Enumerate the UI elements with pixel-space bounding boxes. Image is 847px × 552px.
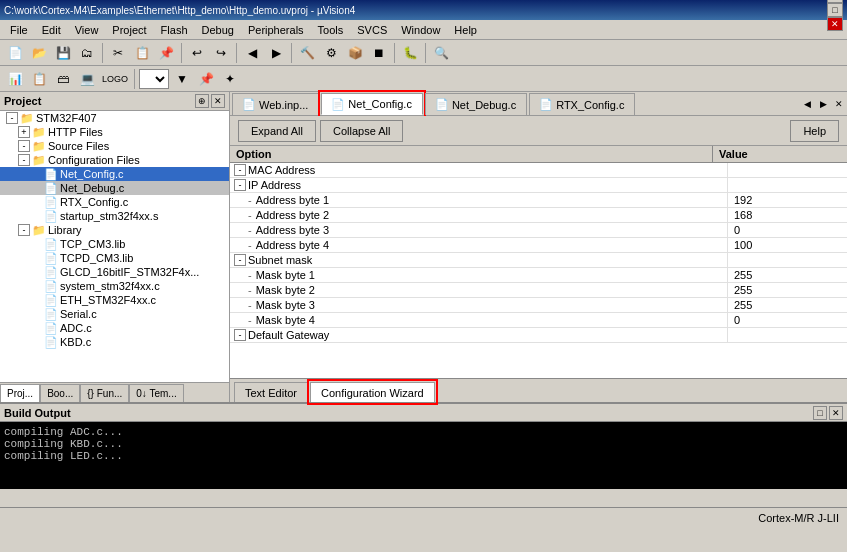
menu-item-flash[interactable]: Flash [155, 22, 194, 38]
expand-subnet[interactable]: - [234, 254, 246, 266]
expand-library[interactable]: - [18, 224, 30, 236]
row-mask2[interactable]: - Mask byte 2 255 [230, 283, 847, 298]
tab-project[interactable]: Proj... [0, 384, 40, 402]
cut-btn[interactable]: ✂ [107, 42, 129, 64]
value-addr2[interactable]: 168 [727, 208, 847, 222]
cpu-btn[interactable]: 💻 [76, 68, 98, 90]
stop-btn[interactable]: ⏹ [368, 42, 390, 64]
build-output-expand[interactable]: □ [813, 406, 827, 420]
tree-item-glcd[interactable]: · 📄 GLCD_16bitIF_STM32F4x... [0, 265, 229, 279]
project-tree[interactable]: - 📁 STM32F407 + 📁 HTTP Files - 📁 Source … [0, 111, 229, 382]
tree-item-http[interactable]: + 📁 HTTP Files [0, 125, 229, 139]
row-gateway[interactable]: - Default Gateway [230, 328, 847, 343]
undo-btn[interactable]: ↩ [186, 42, 208, 64]
tree-item-source[interactable]: - 📁 Source Files [0, 139, 229, 153]
expand-ip[interactable]: - [234, 179, 246, 191]
logo-btn[interactable]: LOGO [100, 68, 130, 90]
tree-item-netconfig[interactable]: · 📄 Net_Config.c [0, 167, 229, 181]
menu-item-edit[interactable]: Edit [36, 22, 67, 38]
tree-item-serial[interactable]: · 📄 Serial.c [0, 307, 229, 321]
row-mac[interactable]: - MAC Address [230, 163, 847, 178]
fwd-btn[interactable]: ▶ [265, 42, 287, 64]
maximize-button[interactable]: □ [827, 3, 843, 17]
tree-item-netdebug[interactable]: · 📄 Net_Debug.c [0, 181, 229, 195]
menu-item-window[interactable]: Window [395, 22, 446, 38]
menu-item-tools[interactable]: Tools [312, 22, 350, 38]
collapse-all-button[interactable]: Collapse All [320, 120, 403, 142]
help-button[interactable]: Help [790, 120, 839, 142]
expand-mac[interactable]: - [234, 164, 246, 176]
new-file-btn[interactable]: 📄 [4, 42, 26, 64]
close-button[interactable]: ✕ [827, 17, 843, 31]
tree-item-system[interactable]: · 📄 system_stm32f4xx.c [0, 279, 229, 293]
tree-item-eth[interactable]: · 📄 ETH_STM32F4xx.c [0, 293, 229, 307]
value-addr3[interactable]: 0 [727, 223, 847, 237]
row-ip[interactable]: - IP Address [230, 178, 847, 193]
row-mask1[interactable]: - Mask byte 1 255 [230, 268, 847, 283]
tab-nav-right[interactable]: ▶ [815, 93, 831, 115]
row-addr4[interactable]: - Address byte 4 100 [230, 238, 847, 253]
tree-item-stm32[interactable]: - 📁 STM32F407 [0, 111, 229, 125]
expand-stm32[interactable]: - [6, 112, 18, 124]
tab-books[interactable]: Boo... [40, 384, 80, 402]
menu-item-project[interactable]: Project [106, 22, 152, 38]
tree-item-rtxconfig[interactable]: · 📄 RTX_Config.c [0, 195, 229, 209]
build-all-btn[interactable]: ⚙ [320, 42, 342, 64]
tab-functions[interactable]: {} Fun... [80, 384, 129, 402]
tree-item-kbd[interactable]: · 📄 KBD.c [0, 335, 229, 349]
tree-item-library[interactable]: - 📁 Library [0, 223, 229, 237]
copy-btn[interactable]: 📋 [131, 42, 153, 64]
save-all-btn[interactable]: 🗂 [76, 42, 98, 64]
expand-gateway[interactable]: - [234, 329, 246, 341]
tree-item-startup[interactable]: · 📄 startup_stm32f4xx.s [0, 209, 229, 223]
expand-all-button[interactable]: Expand All [238, 120, 316, 142]
stack-btn[interactable]: 📋 [28, 68, 50, 90]
device-settings-btn[interactable]: ▼ [171, 68, 193, 90]
panel-close-btn[interactable]: ✕ [211, 94, 225, 108]
tree-item-adc[interactable]: · 📄 ADC.c [0, 321, 229, 335]
menu-item-debug[interactable]: Debug [196, 22, 240, 38]
tab-netdebug[interactable]: 📄 Net_Debug.c [425, 93, 527, 115]
panel-sync-btn[interactable]: ⊕ [195, 94, 209, 108]
tab-templates[interactable]: 0↓ Tem... [129, 384, 183, 402]
tab-text-editor[interactable]: Text Editor [234, 382, 308, 402]
misc-btn[interactable]: ✦ [219, 68, 241, 90]
open-btn[interactable]: 📂 [28, 42, 50, 64]
value-mask2[interactable]: 255 [727, 283, 847, 297]
menu-item-svcs[interactable]: SVCS [351, 22, 393, 38]
build-btn[interactable]: 🔨 [296, 42, 318, 64]
device-select[interactable]: STM32F407 [139, 69, 169, 89]
row-addr2[interactable]: - Address byte 2 168 [230, 208, 847, 223]
row-mask3[interactable]: - Mask byte 3 255 [230, 298, 847, 313]
redo-btn[interactable]: ↪ [210, 42, 232, 64]
pin-btn[interactable]: 📌 [195, 68, 217, 90]
row-subnet[interactable]: - Subnet mask [230, 253, 847, 268]
batch-btn[interactable]: 📦 [344, 42, 366, 64]
value-addr1[interactable]: 192 [727, 193, 847, 207]
tree-item-config[interactable]: - 📁 Configuration Files [0, 153, 229, 167]
paste-btn[interactable]: 📌 [155, 42, 177, 64]
row-mask4[interactable]: - Mask byte 4 0 [230, 313, 847, 328]
menu-item-file[interactable]: File [4, 22, 34, 38]
menu-item-help[interactable]: Help [448, 22, 483, 38]
expand-http[interactable]: + [18, 126, 30, 138]
value-mask1[interactable]: 255 [727, 268, 847, 282]
periph-btn[interactable]: 📊 [4, 68, 26, 90]
row-addr1[interactable]: - Address byte 1 192 [230, 193, 847, 208]
back-btn[interactable]: ◀ [241, 42, 263, 64]
tab-nav-left[interactable]: ◀ [799, 93, 815, 115]
tree-item-tcp[interactable]: · 📄 TCP_CM3.lib [0, 237, 229, 251]
debug-btn[interactable]: 🐛 [399, 42, 421, 64]
build-output-close[interactable]: ✕ [829, 406, 843, 420]
menu-item-peripherals[interactable]: Peripherals [242, 22, 310, 38]
search-btn[interactable]: 🔍 [430, 42, 452, 64]
expand-source[interactable]: - [18, 140, 30, 152]
save-btn[interactable]: 💾 [52, 42, 74, 64]
tab-webinp[interactable]: 📄 Web.inp... [232, 93, 319, 115]
tree-item-tcpd[interactable]: · 📄 TCPD_CM3.lib [0, 251, 229, 265]
row-addr3[interactable]: - Address byte 3 0 [230, 223, 847, 238]
tab-config-wizard[interactable]: Configuration Wizard [310, 382, 435, 402]
value-mask4[interactable]: 0 [727, 313, 847, 327]
tab-close-all[interactable]: ✕ [831, 93, 847, 115]
tab-rtxconfig[interactable]: 📄 RTX_Config.c [529, 93, 635, 115]
